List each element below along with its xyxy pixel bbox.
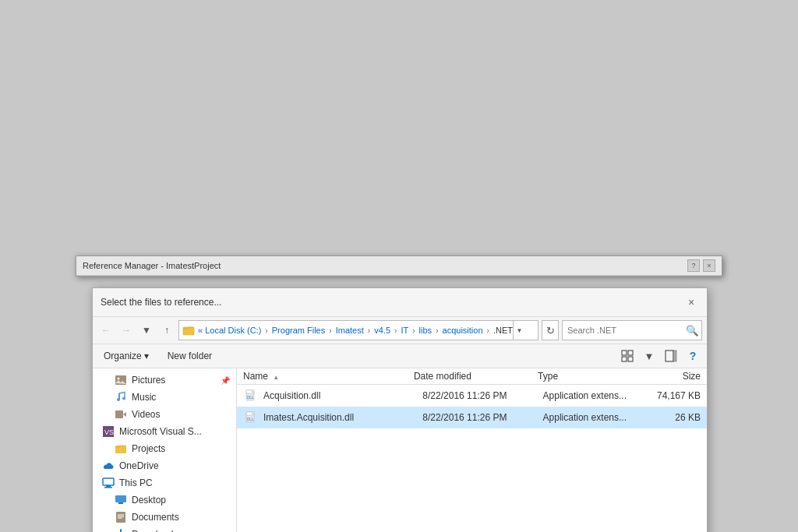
sidebar-item-downloads[interactable]: Downloads <box>93 526 236 532</box>
back-button[interactable]: ← <box>97 322 115 339</box>
breadcrumb-bar[interactable]: « Local Disk (C:) › Program Files › Imat… <box>178 320 538 340</box>
grid-view-icon <box>621 350 634 362</box>
organize-label: Organize <box>104 351 142 361</box>
forward-button[interactable]: → <box>118 322 135 339</box>
new-folder-button[interactable]: New folder <box>161 348 218 364</box>
file-name-2: Imatest.Acquisition.dll <box>263 412 422 423</box>
view-dropdown-button[interactable]: ▼ <box>640 347 659 365</box>
videos-icon <box>115 408 127 421</box>
content-area: Pictures 📌 Music <box>93 368 707 532</box>
column-size[interactable]: Size <box>638 371 701 382</box>
svg-rect-2 <box>628 351 633 355</box>
sidebar-item-desktop[interactable]: Desktop <box>93 491 236 509</box>
sort-asc-icon: ▲ <box>273 374 279 381</box>
sidebar-item-projects[interactable]: Projects <box>93 440 236 457</box>
svg-text:VS: VS <box>104 428 114 436</box>
svg-text:DLL: DLL <box>247 396 254 400</box>
sidebar-label: Pictures <box>132 375 165 386</box>
vs-window: Reference Manager - ImatestProject ? × S… <box>76 255 722 277</box>
sidebar-label: Downloads <box>132 529 178 532</box>
svg-rect-16 <box>103 478 114 485</box>
file-name-1: Acquisition.dll <box>263 390 422 401</box>
search-button[interactable]: 🔍 <box>683 321 701 340</box>
sidebar-item-music-pinned[interactable]: Music <box>93 389 236 406</box>
column-date[interactable]: Date modified <box>414 371 538 382</box>
folder-icon <box>182 324 195 336</box>
svg-point-9 <box>117 398 120 401</box>
file-row-acquisition[interactable]: DLL Acquisition.dll 8/22/2016 11:26 PM A… <box>237 385 707 407</box>
projects-icon <box>115 442 127 455</box>
svg-rect-11 <box>115 410 123 418</box>
dll-icon-2: DLL <box>243 410 259 425</box>
dialog-close-button[interactable]: × <box>683 294 699 310</box>
svg-rect-1 <box>622 351 627 355</box>
svg-rect-21 <box>116 512 125 523</box>
vs-close-button[interactable]: × <box>703 259 715 272</box>
documents-icon <box>115 511 127 523</box>
sidebar-label: OneDrive <box>119 460 159 471</box>
organize-arrow: ▾ <box>144 351 149 361</box>
help-button[interactable]: ? <box>683 347 702 365</box>
sidebar: Pictures 📌 Music <box>93 368 237 532</box>
onedrive-icon <box>102 460 115 472</box>
column-type[interactable]: Type <box>538 371 638 382</box>
organize-button[interactable]: Organize ▾ <box>97 348 155 364</box>
music-icon <box>115 391 127 403</box>
preview-pane-button[interactable] <box>662 347 680 365</box>
column-name[interactable]: Name ▲ <box>243 371 414 382</box>
file-type-2: Application extens... <box>543 412 641 423</box>
dialog-title: Select the files to reference... <box>101 297 221 308</box>
sidebar-item-pictures-pinned[interactable]: Pictures 📌 <box>93 372 236 389</box>
svg-text:DLL: DLL <box>247 417 254 421</box>
file-type-1: Application extens... <box>543 390 641 401</box>
svg-rect-5 <box>666 351 673 361</box>
vs-help-button[interactable]: ? <box>687 259 700 272</box>
pictures-icon <box>115 374 127 386</box>
up-button[interactable]: ↑ <box>158 322 175 339</box>
pin-icon: 📌 <box>221 376 230 385</box>
downloads-icon <box>115 528 127 532</box>
vs-titlebar-controls: ? × <box>687 259 715 272</box>
svg-rect-3 <box>622 357 627 361</box>
svg-rect-4 <box>628 357 633 361</box>
file-size-2: 26 KB <box>641 412 701 423</box>
sidebar-item-onedrive[interactable]: OneDrive <box>93 457 236 474</box>
svg-rect-20 <box>118 502 123 504</box>
file-dialog: Select the files to reference... × ← → ▼… <box>92 287 708 532</box>
sidebar-label: Projects <box>132 443 165 454</box>
file-list-header: Name ▲ Date modified Type Size <box>237 368 707 385</box>
svg-rect-17 <box>106 485 111 487</box>
sidebar-label: Microsoft Visual S... <box>119 426 202 437</box>
view-extra-button[interactable] <box>618 347 637 365</box>
new-folder-label: New folder <box>168 351 212 361</box>
sidebar-item-documents[interactable]: Documents <box>93 509 236 526</box>
ms-icon: VS <box>102 425 115 438</box>
file-size-1: 74,167 KB <box>641 390 701 401</box>
file-list: Name ▲ Date modified Type Size <box>237 368 707 532</box>
svg-rect-0 <box>183 327 194 335</box>
sidebar-label: Documents <box>132 512 179 523</box>
svg-point-8 <box>118 378 120 380</box>
svg-marker-12 <box>123 412 126 417</box>
dll-icon-1: DLL <box>243 388 259 403</box>
vs-titlebar: Reference Manager - ImatestProject ? × <box>76 256 722 276</box>
sidebar-label: Desktop <box>132 495 166 506</box>
search-input[interactable] <box>563 321 683 340</box>
dialog-titlebar: Select the files to reference... × <box>93 288 707 317</box>
desktop-icon <box>115 494 127 506</box>
sidebar-item-this-pc[interactable]: This PC <box>93 474 236 491</box>
sidebar-label: Videos <box>132 409 160 420</box>
breadcrumb-dropdown-button[interactable]: ▼ <box>513 320 525 340</box>
sidebar-label: This PC <box>119 477 153 488</box>
refresh-button[interactable]: ↻ <box>542 320 559 340</box>
svg-rect-18 <box>104 487 112 488</box>
sidebar-item-videos-pinned[interactable]: Videos <box>93 406 236 423</box>
sidebar-item-microsoft-visual-studio[interactable]: VS Microsoft Visual S... <box>93 423 236 440</box>
recent-locations-button[interactable]: ▼ <box>138 322 155 339</box>
thispc-icon <box>102 477 115 489</box>
toolbar-right: ▼ ? <box>618 347 702 365</box>
svg-rect-15 <box>115 446 126 453</box>
svg-point-10 <box>122 397 125 400</box>
file-row-imatest-acquisition[interactable]: DLL Imatest.Acquisition.dll 8/22/2016 11… <box>237 407 707 428</box>
vs-window-title: Reference Manager - ImatestProject <box>83 261 221 270</box>
